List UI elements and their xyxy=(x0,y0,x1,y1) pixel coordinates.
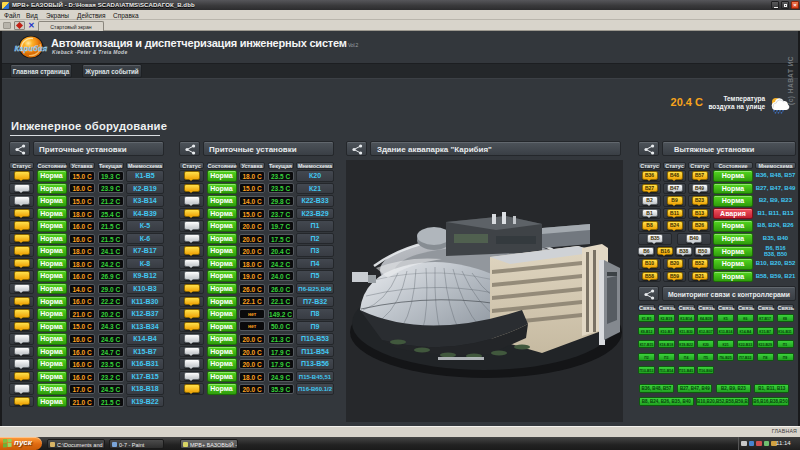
svg-text:Карибия: Карибия xyxy=(15,44,48,53)
